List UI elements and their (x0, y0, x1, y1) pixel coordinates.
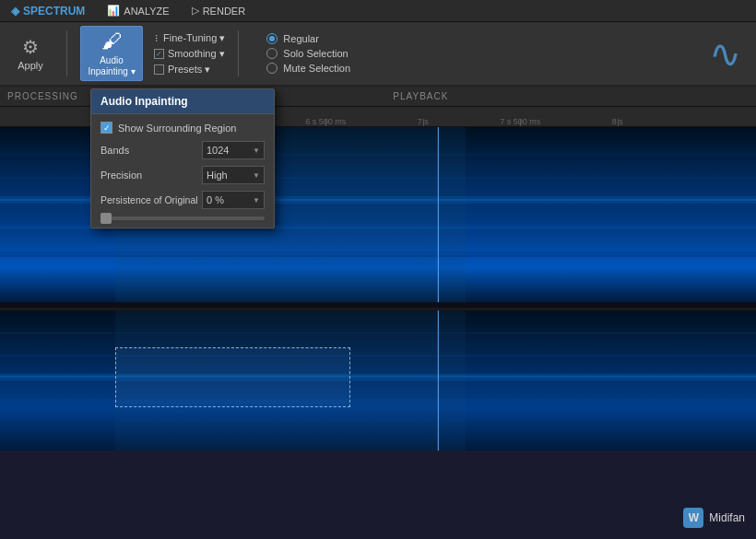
radio-solo-dot (266, 48, 278, 59)
analyze-icon: 📊 (107, 5, 120, 17)
menu-analyze[interactable]: 📊 ANALYZE (103, 5, 172, 17)
playback-label: PLAYBACK (393, 91, 448, 101)
analyze-label: ANALYZE (124, 6, 169, 17)
menu-render[interactable]: ▷ RENDER (188, 5, 249, 17)
toolbar: ⚙ Apply 🖌 AudioInpainting ▾ ⫶ Fine-Tunin… (0, 22, 756, 87)
watermark: W Midifan (683, 508, 745, 528)
menu-spectrum[interactable]: ◈ SPECTRUM (7, 5, 89, 18)
radio-regular[interactable]: Regular (266, 33, 350, 44)
radio-regular-dot (266, 33, 278, 44)
render-label: RENDER (203, 6, 245, 17)
menu-bar: ◈ SPECTRUM 📊 ANALYZE ▷ RENDER (0, 0, 756, 22)
slider-row (100, 217, 265, 220)
timeline-tick-8s (618, 119, 619, 126)
audio-inpainting-label: AudioInpainting ▾ (88, 55, 135, 77)
slider-track[interactable] (100, 217, 265, 220)
precision-label: Precision (100, 170, 202, 181)
smoothing-button[interactable]: ✓ Smoothing ▾ (154, 48, 225, 60)
presets-label: Presets ▾ (168, 64, 210, 76)
radio-solo-selection[interactable]: Solo Selection (266, 48, 350, 59)
persistence-value: 0 % (207, 194, 224, 205)
smoothing-checkbox[interactable]: ✓ (154, 49, 164, 59)
fine-tuning-icon: ⫶ (154, 32, 159, 43)
persistence-row: Persistence of Original 0 % ▼ (100, 191, 265, 209)
dropdown-header: Audio Inpainting (91, 89, 274, 114)
presets-button[interactable]: □ Presets ▾ (154, 64, 225, 76)
radio-mute-dot (266, 63, 278, 74)
show-surrounding-label: Show Surrounding Region (118, 123, 236, 134)
bands-label: Bands (100, 145, 202, 156)
dropdown-content: ✓ Show Surrounding Region Bands 1024 ▼ P… (91, 114, 274, 228)
bands-select-arrow: ▼ (253, 146, 260, 155)
waveform-logo: ∿ (709, 31, 741, 76)
cursor-line-bottom (438, 311, 439, 451)
spectrogram-bottom (0, 308, 756, 451)
apply-label: Apply (18, 60, 43, 71)
mute-selection-label: Mute Selection (283, 63, 350, 74)
waveform-symbol: ∿ (709, 32, 741, 76)
precision-select[interactable]: High ▼ (202, 166, 265, 184)
show-surrounding-checkbox[interactable]: ✓ (100, 122, 112, 134)
precision-row: Precision High ▼ (100, 166, 265, 184)
persistence-select[interactable]: 0 % ▼ (202, 191, 265, 209)
gear-icon: ⚙ (22, 36, 39, 58)
audio-inpainting-button[interactable]: 🖌 AudioInpainting ▾ (80, 26, 143, 81)
presets-checkbox[interactable]: □ (154, 64, 164, 75)
fine-tuning-button[interactable]: ⫶ Fine-Tuning ▾ (154, 32, 225, 44)
toolbar-separator-2 (238, 30, 239, 76)
dropdown-title: Audio Inpainting (100, 95, 188, 108)
audio-inpainting-dropdown: Audio Inpainting ✓ Show Surrounding Regi… (90, 88, 275, 228)
selection-box-bottom[interactable] (115, 347, 350, 407)
persistence-label: Persistence of Original (100, 194, 202, 205)
toolbar-options-group: ⫶ Fine-Tuning ▾ ✓ Smoothing ▾ □ Presets … (154, 32, 225, 76)
timeline-tick-7s (423, 119, 424, 126)
radio-mute-selection[interactable]: Mute Selection (266, 63, 350, 74)
apply-button[interactable]: ⚙ Apply (7, 26, 53, 81)
persistence-select-arrow: ▼ (253, 196, 260, 205)
slider-thumb[interactable] (100, 213, 112, 224)
show-surrounding-row: ✓ Show Surrounding Region (100, 122, 265, 134)
playback-radio-group: Regular Solo Selection Mute Selection (266, 33, 350, 74)
regular-label: Regular (283, 33, 319, 44)
spectrogram-bottom-svg (0, 311, 756, 451)
smoothing-label: Smoothing ▾ (168, 48, 225, 60)
watermark-label: Midifan (709, 511, 745, 524)
bands-row: Bands 1024 ▼ (100, 141, 265, 159)
bands-select[interactable]: 1024 ▼ (202, 141, 265, 159)
watermark-icon-letter: W (689, 511, 699, 524)
spectrum-icon: ◈ (11, 5, 19, 18)
timeline-tick-7500ms (520, 119, 521, 126)
bands-value: 1024 (207, 145, 229, 156)
cursor-line-top (438, 127, 439, 302)
audio-inpainting-icon: 🖌 (101, 29, 122, 53)
solo-selection-label: Solo Selection (283, 48, 348, 59)
toolbar-separator-1 (66, 30, 67, 76)
fine-tuning-label: Fine-Tuning ▾ (163, 32, 225, 44)
precision-value: High (207, 170, 228, 181)
spectrum-label: SPECTRUM (23, 5, 85, 18)
precision-select-arrow: ▼ (253, 171, 260, 180)
render-icon: ▷ (192, 5, 199, 17)
watermark-icon: W (683, 508, 703, 528)
timeline-tick-6500ms (325, 119, 326, 126)
processing-label: PROCESSING (7, 91, 78, 101)
